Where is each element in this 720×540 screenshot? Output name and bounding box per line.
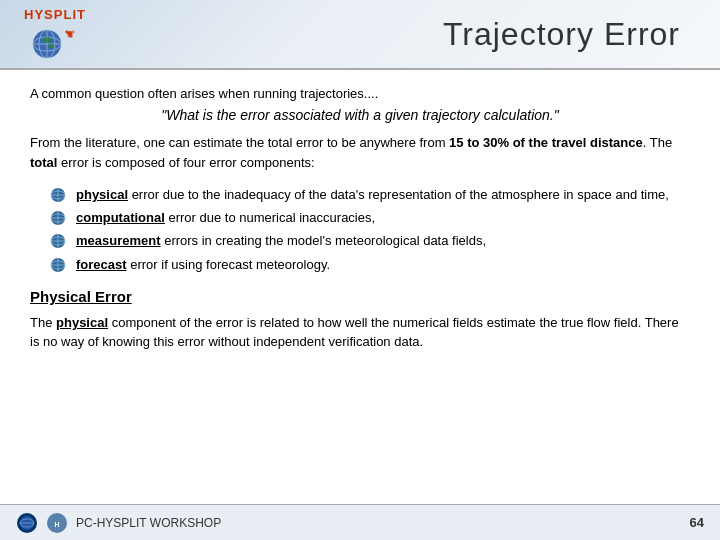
main-content: A common question often arises when runn… <box>0 70 720 364</box>
quote-text: "What is the error associated with a giv… <box>161 107 558 123</box>
logo-area: HYSPLIT <box>10 0 100 70</box>
list-item: computational error due to numerical ina… <box>50 209 690 227</box>
bullet-text-4: forecast error if using forecast meteoro… <box>76 256 330 274</box>
section-body-post: component of the error is related to how… <box>30 315 679 350</box>
footer-page-number: 64 <box>690 515 704 530</box>
svg-point-6 <box>48 44 54 48</box>
footer-workshop-label: PC-HYSPLIT WORKSHOP <box>76 516 221 530</box>
globe-icon <box>29 22 81 64</box>
desc-mid: . The <box>643 135 672 150</box>
header: HYSPLIT Trajectory Error <box>0 0 720 70</box>
intro-paragraph: A common question often arises when runn… <box>30 86 690 101</box>
error-components-list: physical error due to the inadequacy of … <box>50 186 690 274</box>
bullet-icon-2 <box>50 210 70 226</box>
section-body-bold: physical <box>56 315 108 330</box>
bullet-icon-1 <box>50 187 70 203</box>
bullet-text-2: computational error due to numerical ina… <box>76 209 375 227</box>
svg-text:H: H <box>54 521 59 528</box>
svg-point-9 <box>68 31 72 35</box>
footer-left: H PC-HYSPLIT WORKSHOP <box>16 512 221 534</box>
bullet-text-1: physical error due to the inadequacy of … <box>76 186 669 204</box>
physical-error-heading: Physical Error <box>30 288 690 305</box>
section-body-pre: The <box>30 315 56 330</box>
desc-pre: From the literature, one can estimate th… <box>30 135 449 150</box>
svg-point-5 <box>42 37 52 43</box>
bullet-text-3: measurement errors in creating the model… <box>76 232 486 250</box>
footer-noaa-icon <box>16 512 38 534</box>
bullet-icon-4 <box>50 257 70 273</box>
list-item: physical error due to the inadequacy of … <box>50 186 690 204</box>
desc-bold2: total <box>30 155 57 170</box>
list-item: forecast error if using forecast meteoro… <box>50 256 690 274</box>
list-item: measurement errors in creating the model… <box>50 232 690 250</box>
hysplit-logo-text: HYSPLIT <box>24 7 86 22</box>
page-title: Trajectory Error <box>443 16 680 53</box>
footer-hysplit-icon: H <box>46 512 68 534</box>
desc-bold1: 15 to 30% of the travel distance <box>449 135 643 150</box>
footer: H PC-HYSPLIT WORKSHOP 64 <box>0 504 720 540</box>
bullet-icon-3 <box>50 233 70 249</box>
physical-error-body: The physical component of the error is r… <box>30 313 690 352</box>
desc-post: error is composed of four error componen… <box>57 155 314 170</box>
description-paragraph: From the literature, one can estimate th… <box>30 133 690 172</box>
quote-paragraph: "What is the error associated with a giv… <box>30 107 690 123</box>
